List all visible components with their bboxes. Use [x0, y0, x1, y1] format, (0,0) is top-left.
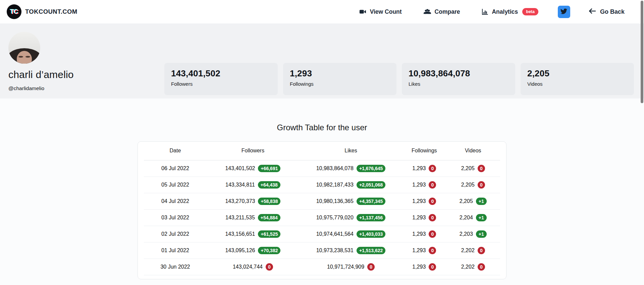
growth-table: Date Followers Likes Followings Videos 0… — [144, 142, 500, 275]
brand[interactable]: TC TOKCOUNT.COM — [7, 4, 77, 19]
delta-badge: +66,691 — [258, 165, 280, 172]
growth-table-body: 06 Jul 2022 143,401,502 +66,691 10,983,8… — [144, 160, 500, 275]
metric-value: 143,211,535 — [225, 215, 255, 221]
row-date: 01 Jul 2022 — [144, 242, 207, 259]
delta-badge: +1,676,645 — [357, 165, 385, 172]
stat-value: 143,401,502 — [171, 68, 271, 79]
tokcount-logo-icon: TC — [7, 4, 21, 19]
metric-cell: 2,204 +1 — [446, 209, 500, 226]
delta-badge: 0 — [429, 263, 436, 271]
metric-cell: 2,202 0 — [446, 259, 500, 275]
metric-cell: 143,156,651 +61,525 — [207, 226, 299, 242]
metric-cell: 143,024,744 0 — [207, 259, 299, 275]
video-camera-icon — [359, 8, 367, 15]
metric-value: 10,975,779,020 — [316, 215, 354, 221]
delta-badge: +54,884 — [258, 214, 280, 221]
twitter-button[interactable] — [558, 6, 570, 18]
row-date: 30 Jun 2022 — [144, 259, 207, 275]
metric-value: 10,973,238,531 — [316, 247, 354, 254]
stat-label: Followings — [290, 81, 390, 87]
growth-table-title: Growth Table for the user — [0, 123, 644, 132]
table-row: 30 Jun 2022 143,024,744 0 10,971,724,909… — [144, 259, 500, 275]
go-back-button[interactable]: Go Back — [588, 7, 625, 17]
metric-value: 2,204 — [460, 215, 473, 221]
metric-cell: 143,211,535 +54,884 — [207, 209, 299, 226]
delta-badge: 0 — [478, 165, 485, 172]
delta-badge: +64,438 — [258, 181, 280, 189]
nav-item-label: Analytics — [492, 8, 518, 15]
metric-cell: 143,401,502 +66,691 — [207, 160, 299, 176]
nav-item-label: View Count — [370, 8, 402, 15]
metric-value: 2,202 — [461, 247, 475, 254]
metric-cell: 143,095,126 +70,382 — [207, 242, 299, 259]
column-header-likes: Likes — [299, 142, 402, 160]
metric-cell: 1,293 0 — [402, 193, 446, 209]
nav-item-label: Compare — [435, 8, 460, 15]
stat-card-likes: 10,983,864,078 Likes — [402, 63, 515, 95]
twitter-bird-icon — [560, 8, 568, 16]
delta-badge: +70,382 — [258, 247, 280, 254]
table-row: 03 Jul 2022 143,211,535 +54,884 10,975,7… — [144, 209, 500, 226]
profile-section: charli d’amelio @charlidamelio 143,401,5… — [0, 23, 644, 98]
metric-cell: 143,334,811 +64,438 — [207, 176, 299, 193]
metric-value: 2,203 — [460, 231, 473, 237]
metric-value: 143,156,651 — [225, 231, 255, 237]
delta-badge: 0 — [429, 181, 436, 189]
metric-cell: 10,974,641,564 +1,403,033 — [299, 226, 402, 242]
table-row: 02 Jul 2022 143,156,651 +61,525 10,974,6… — [144, 226, 500, 242]
main-content: Growth Table for the user Date Followers… — [0, 98, 644, 279]
row-date: 03 Jul 2022 — [144, 209, 207, 226]
metric-value: 2,202 — [461, 264, 475, 270]
metric-cell: 1,293 0 — [402, 160, 446, 176]
delta-badge: +2,051,068 — [357, 181, 385, 189]
metric-cell: 1,293 0 — [402, 209, 446, 226]
metric-cell: 2,205 +1 — [446, 193, 500, 209]
metric-cell: 1,293 0 — [402, 259, 446, 275]
column-header-followings: Followings — [402, 142, 446, 160]
stat-value: 10,983,864,078 — [409, 68, 508, 79]
delta-badge: 0 — [429, 214, 436, 221]
delta-badge: +1,137,456 — [357, 214, 385, 221]
metric-cell: 2,202 0 — [446, 242, 500, 259]
metric-value: 143,334,811 — [225, 182, 255, 188]
metric-value: 143,095,126 — [225, 247, 255, 254]
metric-value: 10,980,136,365 — [316, 198, 354, 204]
metric-cell: 10,982,187,433 +2,051,068 — [299, 176, 402, 193]
delta-badge: 0 — [266, 263, 273, 271]
delta-badge: +1 — [476, 198, 487, 205]
stat-card-followers: 143,401,502 Followers — [164, 63, 278, 95]
nav-item-analytics[interactable]: Analytics beta — [481, 8, 538, 15]
row-date: 02 Jul 2022 — [144, 226, 207, 242]
nav-item-view-count[interactable]: View Count — [359, 8, 402, 15]
metric-value: 1,293 — [412, 182, 426, 188]
delta-badge: 0 — [429, 198, 436, 205]
metric-value: 1,293 — [412, 198, 426, 204]
metric-value: 10,982,187,433 — [316, 182, 354, 188]
delta-badge: 0 — [429, 230, 436, 238]
table-header-row: Date Followers Likes Followings Videos — [144, 142, 500, 160]
metric-value: 1,293 — [412, 264, 426, 270]
metric-cell: 10,971,724,909 0 — [299, 259, 402, 275]
metric-cell: 2,205 0 — [446, 160, 500, 176]
scrollbar-thumb[interactable] — [641, 1, 643, 103]
row-date: 04 Jul 2022 — [144, 193, 207, 209]
table-row: 05 Jul 2022 143,334,811 +64,438 10,982,1… — [144, 176, 500, 193]
growth-table-card: Date Followers Likes Followings Videos 0… — [138, 141, 506, 279]
metric-value: 2,205 — [460, 198, 473, 204]
table-row: 06 Jul 2022 143,401,502 +66,691 10,983,8… — [144, 160, 500, 176]
metric-cell: 10,983,864,078 +1,676,645 — [299, 160, 402, 176]
metric-cell: 143,270,373 +58,838 — [207, 193, 299, 209]
people-icon — [423, 8, 431, 15]
table-row: 04 Jul 2022 143,270,373 +58,838 10,980,1… — [144, 193, 500, 209]
nav-item-compare[interactable]: Compare — [423, 8, 460, 15]
beta-badge: beta — [522, 8, 538, 15]
delta-badge: 0 — [429, 165, 436, 172]
column-header-date: Date — [144, 142, 207, 160]
metric-value: 2,205 — [461, 182, 475, 188]
stat-label: Likes — [409, 81, 508, 87]
metric-value: 10,974,641,564 — [316, 231, 354, 237]
metric-value: 1,293 — [412, 215, 426, 221]
delta-badge: +1,403,033 — [357, 230, 385, 238]
stat-value: 2,205 — [527, 68, 627, 79]
delta-badge: 0 — [367, 263, 375, 271]
